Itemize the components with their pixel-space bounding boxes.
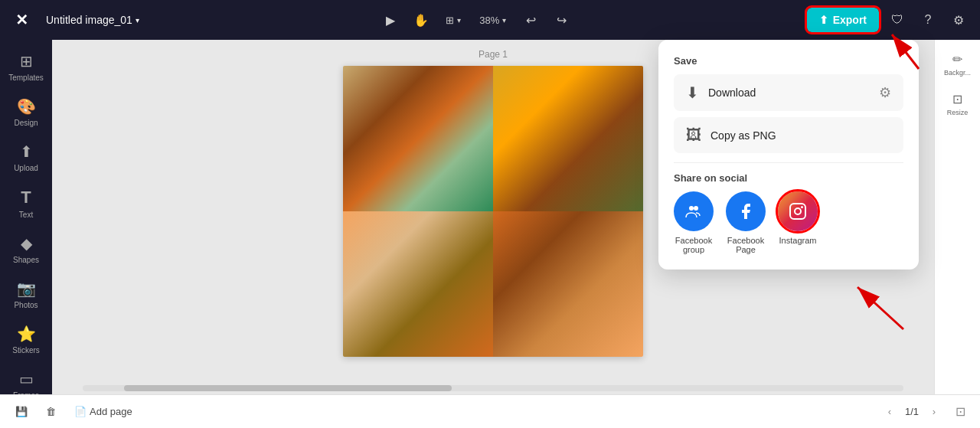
sidebar-item-upload[interactable]: ⬆ Upload xyxy=(5,136,47,178)
sidebar-item-design[interactable]: 🎨 Design xyxy=(5,91,47,133)
social-section: Share on social Facebookgroup xyxy=(674,172,903,254)
facebook-page-btn[interactable]: FacebookPage xyxy=(726,191,766,254)
help-icon-btn[interactable]: ? xyxy=(916,8,940,32)
add-page-btn[interactable]: 📄 Add page xyxy=(68,403,139,420)
stickers-icon: ⭐ xyxy=(17,325,36,343)
templates-icon: ⊞ xyxy=(20,52,33,70)
shapes-icon: ◆ xyxy=(21,234,32,253)
center-tools: ▶ ✋ ⊞ ▾ 38% ▾ ↩ ↪ xyxy=(152,8,801,32)
download-action-row[interactable]: ⬇ Download ⚙ xyxy=(674,74,903,111)
copy-png-icon: 🖼 xyxy=(686,126,701,144)
instagram-btn[interactable]: Instagram xyxy=(778,191,818,254)
redo-btn[interactable]: ↪ xyxy=(549,8,573,32)
canvas-image-3 xyxy=(343,211,493,357)
download-label: Download xyxy=(708,87,870,99)
view-selector[interactable]: ⊞ ▾ xyxy=(439,11,467,29)
svg-point-0 xyxy=(689,206,694,211)
facebook-page-icon xyxy=(726,191,766,231)
canvas-scrollbar[interactable] xyxy=(83,385,903,391)
top-toolbar: ✕ Untitled image_01 ▾ ▶ ✋ ⊞ ▾ 38% ▾ ↩ ↪ … xyxy=(0,0,980,40)
share-section-label: Share on social xyxy=(674,172,903,184)
right-panel: ✏ Backgr... ⊡ Resize xyxy=(934,40,980,394)
right-panel-background[interactable]: ✏ Backgr... xyxy=(938,46,978,83)
facebook-page-label: FacebookPage xyxy=(727,236,764,254)
svg-point-3 xyxy=(795,208,801,214)
save-section-label: Save xyxy=(674,55,903,67)
instagram-label: Instagram xyxy=(779,236,817,245)
select-tool-btn[interactable]: ▶ xyxy=(378,8,403,32)
shield-icon-btn[interactable]: 🛡 xyxy=(885,8,910,32)
settings-icon-btn[interactable]: ⚙ xyxy=(946,8,971,32)
background-icon: ✏ xyxy=(952,52,962,67)
app-logo[interactable]: ✕ xyxy=(9,8,34,32)
canvas-image-4 xyxy=(493,211,643,357)
design-icon: 🎨 xyxy=(17,97,36,116)
page-nav: ‹ 1/1 › xyxy=(880,403,943,421)
facebook-group-icon xyxy=(674,191,714,231)
download-settings-icon[interactable]: ⚙ xyxy=(879,84,891,101)
export-icon: ⬆ xyxy=(819,14,828,26)
instagram-icon xyxy=(778,191,818,231)
frames-icon: ▭ xyxy=(19,370,34,388)
resize-icon: ⊡ xyxy=(952,92,962,106)
bottom-bar: 💾 🗑 📄 Add page ‹ 1/1 › ⊡ xyxy=(0,394,980,428)
save-btn[interactable]: 💾 xyxy=(9,403,34,420)
project-name[interactable]: Untitled image_01 ▾ xyxy=(40,11,145,29)
left-sidebar: ⊞ Templates 🎨 Design ⬆ Upload T Text ◆ S… xyxy=(0,40,52,394)
fullscreen-btn[interactable]: ⊡ xyxy=(949,401,971,423)
canvas-grid xyxy=(343,66,643,357)
delete-icon: 🗑 xyxy=(46,406,56,417)
canvas-image-2 xyxy=(493,66,643,211)
canvas-image-1 xyxy=(343,66,493,211)
prev-page-btn[interactable]: ‹ xyxy=(880,403,899,421)
photos-icon: 📷 xyxy=(17,279,36,298)
facebook-group-btn[interactable]: Facebookgroup xyxy=(674,191,714,254)
canvas-scrollbar-thumb xyxy=(124,385,452,391)
upload-icon: ⬆ xyxy=(20,142,33,161)
copy-png-label: Copy as PNG xyxy=(710,129,891,142)
text-icon: T xyxy=(21,188,31,207)
svg-point-1 xyxy=(694,206,698,211)
download-icon: ⬇ xyxy=(686,83,699,102)
copy-png-action-row[interactable]: 🖼 Copy as PNG xyxy=(674,117,903,153)
sidebar-item-templates[interactable]: ⊞ Templates xyxy=(5,46,47,88)
export-dropdown: Save ⬇ Download ⚙ 🖼 Copy as PNG Share on… xyxy=(658,40,919,270)
save-icon: 💾 xyxy=(15,406,28,417)
svg-point-4 xyxy=(801,206,803,208)
divider xyxy=(674,162,903,163)
top-right-actions: ⬆ Export 🛡 ? ⚙ xyxy=(807,8,971,32)
next-page-btn[interactable]: › xyxy=(925,403,943,421)
svg-rect-2 xyxy=(790,204,805,219)
sidebar-item-shapes[interactable]: ◆ Shapes xyxy=(5,228,47,270)
facebook-group-label: Facebookgroup xyxy=(675,236,712,254)
sidebar-item-text[interactable]: T Text xyxy=(5,181,47,225)
undo-btn[interactable]: ↩ xyxy=(518,8,543,32)
add-page-icon: 📄 xyxy=(74,406,87,417)
sidebar-item-photos[interactable]: 📷 Photos xyxy=(5,273,47,315)
sidebar-item-stickers[interactable]: ⭐ Stickers xyxy=(5,319,47,361)
export-button[interactable]: ⬆ Export xyxy=(807,8,879,32)
zoom-selector[interactable]: 38% ▾ xyxy=(473,11,512,29)
sidebar-item-frames[interactable]: ▭ Frames xyxy=(5,364,47,394)
right-panel-resize[interactable]: ⊡ Resize xyxy=(938,86,978,123)
delete-btn[interactable]: 🗑 xyxy=(40,403,62,420)
hand-tool-btn[interactable]: ✋ xyxy=(409,8,433,32)
expand-icon: ⊡ xyxy=(956,404,965,419)
social-icons-row: Facebookgroup FacebookPage xyxy=(674,191,903,254)
